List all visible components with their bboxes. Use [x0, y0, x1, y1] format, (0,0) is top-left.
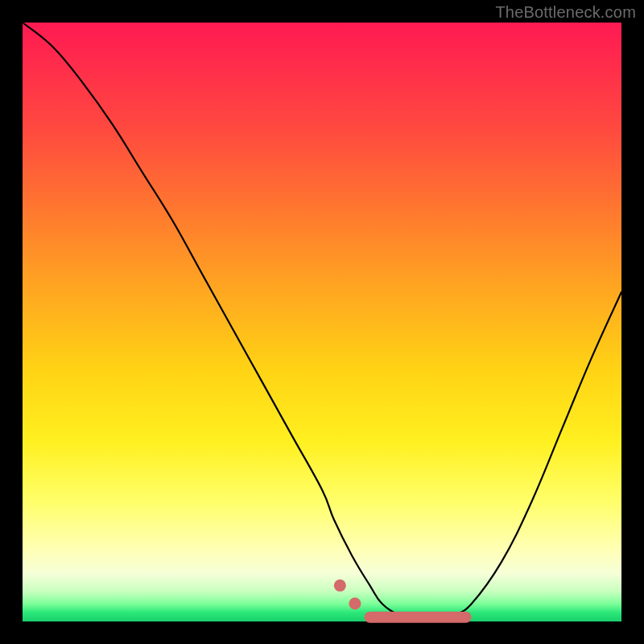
highlight-dot	[349, 597, 361, 609]
watermark-text: TheBottleneck.com	[495, 3, 636, 22]
bottleneck-curve	[23, 23, 621, 622]
highlight-dot	[334, 580, 346, 592]
gradient-plot-area	[23, 23, 621, 621]
chart-frame: TheBottleneck.com	[0, 0, 644, 644]
curve-svg	[23, 23, 621, 621]
